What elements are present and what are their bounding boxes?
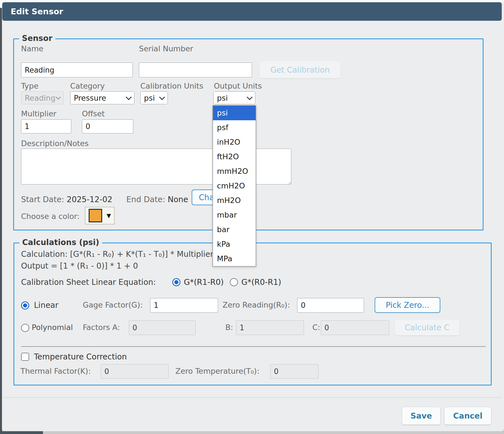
zero-temperature-input xyxy=(270,364,319,379)
output-units-value: psi xyxy=(217,94,248,102)
calculations-legend: Calculations (psi) xyxy=(19,238,102,247)
pick-zero-button[interactable]: Pick Zero... xyxy=(375,297,440,313)
factor-a-input xyxy=(129,320,196,335)
category-select[interactable]: Pressure xyxy=(70,91,134,104)
dropdown-option-ftH2O[interactable]: ftH2O xyxy=(213,149,256,164)
calibration-units-value: psi xyxy=(144,94,160,102)
section-divider xyxy=(21,346,486,347)
serial-number-input[interactable] xyxy=(139,63,252,77)
equation-r0r1-radio[interactable] xyxy=(230,278,238,286)
save-button[interactable]: Save xyxy=(402,407,441,425)
type-label: Type xyxy=(21,82,38,90)
date-row: Start Date: 2025-12-02 End Date: None xyxy=(21,195,188,204)
color-swatch xyxy=(89,209,102,222)
dropdown-option-inH2O[interactable]: inH2O xyxy=(213,135,256,149)
color-picker-button[interactable]: ▼ xyxy=(85,207,114,224)
chevron-down-icon xyxy=(159,94,165,100)
calibration-units-select[interactable]: psi xyxy=(140,91,168,104)
dropdown-option-psf[interactable]: psf xyxy=(213,120,256,135)
output-units-dropdown[interactable]: psipsfinH2OftH2OmmH2OcmH2OmH2OmbarbarkPa… xyxy=(212,105,256,267)
get-calibration-button[interactable]: Get Calibration xyxy=(260,61,340,78)
choose-color-label: Choose a color: xyxy=(21,212,80,221)
gage-factor-label: Gage Factor(G): xyxy=(83,301,143,309)
linear-radio[interactable] xyxy=(21,301,29,310)
calculate-c-button[interactable]: Calculate C xyxy=(395,320,459,335)
output-units-select[interactable]: psi xyxy=(213,91,255,104)
zero-temperature-label: Zero Temperature(T₀): xyxy=(175,367,259,375)
page-edge-left xyxy=(0,8,2,434)
dropdown-option-kPa[interactable]: kPa xyxy=(213,237,256,251)
dropdown-option-bar[interactable]: bar xyxy=(213,222,256,237)
sensor-legend: Sensor xyxy=(19,34,55,43)
output-units-label: Output Units xyxy=(214,82,262,90)
temperature-correction-checkbox[interactable] xyxy=(21,353,29,361)
dialog-title: Edit Sensor xyxy=(2,2,502,21)
description-label: Description/Notes xyxy=(21,139,89,148)
category-label: Category xyxy=(70,82,105,90)
multiplier-label: Multiplier xyxy=(21,109,56,118)
end-date-value: None xyxy=(168,195,188,204)
thermal-factor-input xyxy=(101,364,169,379)
factor-b-label: B: xyxy=(225,323,233,332)
factor-c-input xyxy=(321,320,389,335)
chevron-down-icon xyxy=(56,94,61,100)
start-date-label: Start Date: xyxy=(21,195,64,204)
type-select[interactable]: Reading xyxy=(21,91,64,104)
thermal-factor-label: Thermal Factor(K): xyxy=(20,367,91,375)
serial-number-label: Serial Number xyxy=(139,44,193,53)
dropdown-option-mbar[interactable]: mbar xyxy=(213,208,256,222)
start-date-value: 2025-12-02 xyxy=(67,195,113,204)
offset-label: Offset xyxy=(82,109,105,118)
caret-down-icon: ▼ xyxy=(107,212,111,219)
dropdown-option-psi[interactable]: psi xyxy=(213,106,256,120)
equation-r0r1-label: G*(R0-R1) xyxy=(241,278,281,287)
page-edge-top xyxy=(0,0,504,2)
dropdown-option-MPa[interactable]: MPa xyxy=(213,251,256,266)
category-select-value: Pressure xyxy=(74,94,127,102)
factor-b-input xyxy=(236,320,304,335)
gage-factor-input[interactable] xyxy=(150,298,218,313)
dropdown-option-cmH2O[interactable]: cmH2O xyxy=(213,179,256,193)
name-label: Name xyxy=(21,44,43,53)
chevron-down-icon xyxy=(126,94,132,100)
dropdown-option-mH2O[interactable]: mH2O xyxy=(213,193,256,208)
page-edge-left-top xyxy=(0,2,2,8)
dropdown-option-mmH2O[interactable]: mmH2O xyxy=(213,164,256,179)
chevron-down-icon xyxy=(247,94,253,100)
page-edge-bottom xyxy=(0,431,43,434)
factors-a-label: Factors A: xyxy=(83,323,120,332)
linear-equation-label: Calibration Sheet Linear Equation: xyxy=(21,278,156,287)
linear-label: Linear xyxy=(34,301,58,310)
polynomial-radio[interactable] xyxy=(21,324,29,332)
output-formula: Output = [1 * (R₁ - 0)] * 1 + 0 xyxy=(21,261,138,271)
offset-input[interactable] xyxy=(82,119,133,133)
equation-r1r0-radio[interactable] xyxy=(172,278,180,286)
zero-reading-label: Zero Reading(R₀): xyxy=(223,301,290,309)
cancel-button[interactable]: Cancel xyxy=(444,407,491,425)
footer-divider xyxy=(2,397,502,398)
name-input[interactable] xyxy=(21,63,133,77)
type-select-value: Reading xyxy=(25,94,56,102)
calibration-units-label: Calibration Units xyxy=(140,82,203,90)
end-date-label: End Date: xyxy=(126,195,165,204)
temperature-correction-label: Temperature Correction xyxy=(34,352,127,361)
calculation-formula: Calculation: [G*(R₁ - R₀) + K*(T₁ - T₀)]… xyxy=(21,250,214,259)
zero-reading-input[interactable] xyxy=(297,298,364,313)
equation-r1r0-label: G*(R1-R0) xyxy=(184,278,224,287)
multiplier-input[interactable] xyxy=(21,119,71,133)
factor-c-label: C: xyxy=(312,323,320,332)
polynomial-label: Polynomial xyxy=(32,323,73,332)
